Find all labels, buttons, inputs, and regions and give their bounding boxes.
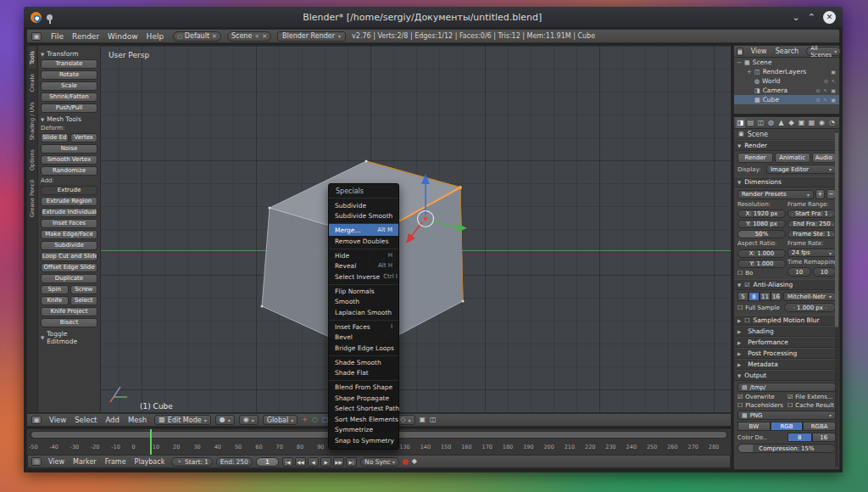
tool-button[interactable]: Screw [70,285,98,294]
properties-tab-icon[interactable]: ▦ [807,118,816,128]
tool-button[interactable]: Extrude [41,186,97,195]
tool-button[interactable]: Duplicate [41,274,97,283]
tool-button[interactable]: Noise [41,144,97,154]
outliner-item[interactable]: + ◫ RenderLayers ▣ [734,67,839,76]
frame-start-field[interactable]: ‹ Start: 1 [171,457,212,467]
color-depth-button[interactable]: 8 [787,433,812,442]
pin-icon[interactable] [47,14,53,20]
increment-icon[interactable]: › [832,232,834,238]
mesh-tools-panel-header[interactable]: ▼ Mesh Tools [41,115,97,123]
aa-samples-button[interactable]: 5 [737,292,748,301]
tool-shelf-tab[interactable]: Shading / UVs [29,98,36,144]
editor-type-icon[interactable]: ◷ [31,457,42,466]
tool-button[interactable]: Rotate [41,70,97,80]
menu-item[interactable]: Window [104,32,142,41]
collapsed-panel-header[interactable]: ▶ Post Processing [734,348,839,359]
tool-shelf-tab[interactable]: Create [29,70,36,97]
editor-type-icon[interactable]: ▦ [31,416,42,424]
menu-item[interactable]: Select Shortest Path [329,404,398,415]
tool-shelf-tab[interactable]: Options [29,145,36,175]
visibility-icons[interactable]: ⊙ ↖ ▣ [815,97,837,103]
menu-item[interactable]: Shape Propagate [329,393,398,404]
aa-samples-button[interactable]: 8 [748,292,760,301]
manipulator-translate-icon[interactable]: + [302,416,308,424]
menu-item[interactable]: Flip Normals [329,284,398,297]
resolution-y-field[interactable]: Y: 1080 px [737,220,786,228]
output-checkbox[interactable]: ☐ Placeholders [737,402,786,409]
tool-button[interactable]: Select [70,296,98,305]
sync-dropdown[interactable]: No Sync ▾ [360,457,399,467]
visibility-icons[interactable]: ▣ [831,69,837,75]
tool-button[interactable]: Scale [41,81,97,91]
properties-tab-icon[interactable]: ▲ [776,118,786,128]
outliner-item[interactable]: ◨ Camera ⊙ ↖ ▣ [734,86,839,95]
menu-item[interactable]: Symmetrize [329,425,398,436]
scene-selector[interactable]: Scene + ✕ [227,31,271,42]
tool-shelf-tab[interactable]: Tools [29,47,36,69]
vertex[interactable] [269,207,271,210]
vertex[interactable] [462,300,465,303]
output-checkbox[interactable]: ☑ File Extens... [787,394,836,400]
render-audio-button[interactable]: Audio [812,153,837,163]
record-icon[interactable] [403,459,409,465]
layout-selector[interactable]: ▢ Default ✕ [173,31,221,42]
dimensions-panel-header[interactable]: ▼ Dimensions [734,176,839,187]
resolution-percent-slider[interactable]: 50% [737,230,786,238]
outliner-item[interactable]: ▩ Cube ⊙ ↖ ▣ [734,95,839,104]
selected-vertex[interactable] [459,186,462,189]
output-checkbox[interactable]: ☑ Overwrite [737,394,786,400]
toggle-editmode-panel-header[interactable]: ▼ Toggle Editmode [41,330,97,345]
collapsed-panel-header[interactable]: ▶ Metadata [734,359,839,370]
collapsed-panel-header[interactable]: ▶ ☐ Sampled Motion Blur [734,315,839,326]
tool-button[interactable]: Loop Cut and Slide [41,252,97,261]
tool-button[interactable]: Shrink/Fatten [41,92,97,102]
menu-item[interactable]: Smooth [329,297,398,308]
keying-set-icon[interactable]: ◆ [412,457,417,466]
increment-icon[interactable]: › [830,211,832,217]
editor-type-icon[interactable]: ▦ [737,48,743,56]
current-frame-field[interactable]: 1 [256,457,279,467]
decrement-icon[interactable]: ‹ [789,221,791,227]
properties-tab-icon[interactable]: ◫ [756,118,765,128]
window-close-button[interactable]: ✕ [823,11,836,24]
display-dropdown[interactable]: Image Editor ▾ [766,165,836,174]
scene-close-icon[interactable]: ✕ [262,33,267,40]
menu-item[interactable]: Help [143,32,168,41]
playback-button[interactable]: ◀◀ [295,457,306,467]
shading-dropdown[interactable]: ● ▾ [215,415,235,425]
render-opengl-icon[interactable]: ▣ [420,416,426,424]
menu-item[interactable]: Inset Faces I [329,320,398,333]
folder-icon[interactable]: ▤ [742,384,748,391]
properties-tab-icon[interactable]: ▣ [797,118,806,128]
collapsed-panel-header[interactable]: ▶ Shading [734,326,839,337]
menu-item[interactable]: Shade Flat [329,368,398,379]
tool-button[interactable]: Knife Project [41,307,97,316]
tool-button[interactable]: Offset Edge Slide [41,263,97,272]
playback-button[interactable]: ▶▶ [333,457,344,467]
properties-scrollbar-handle[interactable] [835,132,838,327]
menu-item[interactable]: Search [772,48,802,55]
expander-icon[interactable]: + [747,69,752,75]
tool-button[interactable]: Vertex [70,133,98,143]
manipulator-y-arrowhead[interactable] [457,223,467,232]
menu-item[interactable]: Render [69,32,103,41]
output-checkbox[interactable]: ☐ Cache Result [787,402,836,409]
playback-button[interactable]: ▶ [320,457,331,467]
collapsed-panel-header[interactable]: ▶ Performance [734,337,839,348]
frame-end-field[interactable]: End: 250 [216,457,253,467]
render-animation-button[interactable]: Animatic [775,153,810,163]
menu-item[interactable]: Reveal Alt H [329,261,398,272]
file-format-dropdown[interactable]: ▦ PNG ▾ [737,411,836,420]
render-panel-header[interactable]: ▼ Render [734,140,839,151]
aspect-x-field[interactable]: X: 1.000 [737,249,786,258]
menu-item[interactable]: View [45,458,68,466]
increment-icon[interactable]: › [832,221,834,227]
properties-tab-icon[interactable]: ◆ [787,118,796,128]
tool-button[interactable]: Translate [41,59,97,69]
window-maximize-button[interactable]: ⌃ [808,13,815,22]
menu-item[interactable]: Merge... Alt M [329,223,398,236]
resolution-x-field[interactable]: X: 1920 px [737,210,786,218]
playback-button[interactable]: ◀ [308,457,319,467]
playback-button[interactable]: |◀ [282,457,293,467]
menu-item[interactable]: Snap to Symmetry [329,435,398,446]
